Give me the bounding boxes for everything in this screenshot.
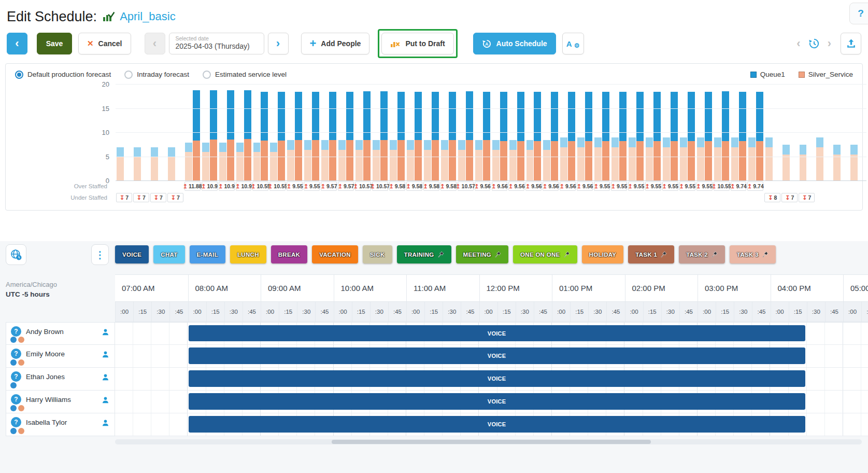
staff-value: 7 — [808, 194, 811, 201]
activity-chat[interactable]: CHAT — [153, 245, 184, 263]
agent-question-icon[interactable]: ? — [11, 349, 21, 359]
schedule-name-link[interactable]: April_basic — [120, 10, 176, 23]
activity-task-1[interactable]: TASK 1 — [628, 245, 674, 263]
staff-value: 9.56 — [531, 183, 542, 189]
y-axis-tick: 20 — [90, 80, 109, 88]
chart-bar-group — [832, 82, 849, 181]
shift-bar-voice[interactable]: VOICE — [189, 393, 805, 410]
auto-schedule-button[interactable]: A Auto Schedule — [473, 33, 556, 54]
scheduled-bar — [295, 92, 303, 181]
activity-palette: VOICECHATE-MAILLUNCHBREAKVACATIONSICKTRA… — [115, 245, 776, 263]
activity-label: E-MAIL — [197, 252, 218, 258]
agent-cell-emily-moore[interactable]: ?Emily Moore — [6, 345, 115, 368]
staff-value: 7 — [177, 194, 180, 201]
radio-selected-icon[interactable] — [15, 71, 23, 79]
quarter-label: :30 — [516, 302, 534, 322]
redo-history-forward-button[interactable]: › — [827, 37, 832, 50]
save-button[interactable]: Save — [37, 33, 72, 54]
forecast-option-estimated-service-level[interactable]: Estimated service level — [203, 71, 287, 79]
horizontal-scrollbar[interactable] — [115, 439, 862, 444]
scheduled-bar — [261, 92, 268, 181]
agent-timeline[interactable]: VOICE — [115, 413, 868, 436]
arrow-up-icon: ↥ — [251, 184, 255, 189]
add-people-button[interactable]: + Add People — [301, 33, 370, 54]
agent-cell-ethan-jones[interactable]: ?Ethan Jones — [6, 368, 115, 391]
selected-date-value: 2025-04-03 (Thursday) — [176, 42, 258, 50]
export-button[interactable] — [841, 33, 861, 54]
skill-dot — [10, 337, 17, 343]
agent-cell-andy-brown[interactable]: ?Andy Brown — [6, 322, 115, 345]
activity-voice[interactable]: VOICE — [115, 245, 149, 263]
selected-date-field[interactable]: Selected date 2025-04-03 (Thursday) — [169, 33, 264, 54]
legend-item-silver_service: Silver_Service — [799, 71, 853, 78]
y-axis-tick: 15 — [90, 105, 109, 113]
history-button[interactable] — [807, 36, 821, 51]
history-clock-icon — [808, 37, 820, 50]
agent-question-icon[interactable]: ? — [11, 326, 21, 337]
previous-date-button[interactable]: ‹ — [145, 33, 165, 54]
activity-task-2[interactable]: TASK 2 — [679, 245, 725, 263]
undo-history-back-button[interactable]: ‹ — [795, 37, 801, 50]
shift-bar-voice[interactable]: VOICE — [189, 416, 805, 433]
agent-profile-button[interactable] — [102, 351, 109, 358]
palette-row: ⋮ VOICECHATE-MAILLUNCHBREAKVACATIONSICKT… — [0, 241, 868, 267]
put-to-draft-button[interactable]: Put to Draft — [381, 33, 453, 54]
agent-profile-button[interactable] — [102, 419, 109, 427]
agent-profile-button[interactable] — [102, 396, 109, 404]
agent-profile-button[interactable] — [102, 373, 109, 381]
back-button[interactable]: ‹ — [7, 33, 27, 54]
agent-cell-harry-williams[interactable]: ?Harry Williams — [6, 391, 115, 413]
agent-timeline[interactable]: VOICE — [115, 368, 868, 391]
timezone-globe-button[interactable] — [6, 244, 26, 265]
agent-cell-isabella-tylor[interactable]: ?Isabella Tylor — [6, 413, 115, 436]
agent-question-icon[interactable]: ? — [11, 417, 21, 427]
chart-bar-group — [815, 82, 832, 181]
scrollbar-thumb[interactable] — [332, 440, 651, 444]
agent-timeline[interactable]: VOICE — [115, 391, 868, 413]
forecast-bar — [799, 145, 807, 181]
shift-bar-voice[interactable]: VOICE — [189, 370, 805, 387]
radio-icon[interactable] — [124, 71, 133, 79]
activity-vacation[interactable]: VACATION — [312, 245, 358, 263]
grid-menu-button[interactable]: ⋮ — [91, 244, 109, 265]
activity-settings-button[interactable]: A ⚙ — [562, 33, 584, 54]
activity-meeting[interactable]: MEETING — [456, 245, 509, 263]
put-to-draft-highlight: Put to Draft — [378, 29, 457, 58]
gridline — [116, 84, 866, 85]
agent-question-icon[interactable]: ? — [11, 371, 21, 382]
agent-profile-button[interactable] — [102, 328, 109, 336]
forecast-option-label: Default production forecast — [27, 71, 111, 78]
over-staffed-value: ↥9.56 — [525, 182, 542, 191]
help-button[interactable]: ? — [849, 3, 868, 24]
cancel-button[interactable]: ✕ Cancel — [78, 33, 131, 54]
forecast-option-default-production-forecast[interactable]: Default production forecast — [15, 71, 111, 79]
agent-timeline[interactable]: VOICE — [115, 345, 868, 368]
shift-bar-voice[interactable]: VOICE — [189, 325, 805, 341]
activity-e-mail[interactable]: E-MAIL — [190, 245, 225, 263]
chart-bar-group — [303, 82, 320, 181]
activity-training[interactable]: TRAINING — [397, 245, 451, 263]
next-date-button[interactable]: › — [268, 33, 289, 54]
radio-icon[interactable] — [203, 71, 211, 79]
activity-lunch[interactable]: LUNCH — [230, 245, 266, 263]
activity-sick[interactable]: SICK — [363, 245, 392, 263]
schedule-chart-icon — [102, 11, 115, 22]
forecast-option-intraday-forecast[interactable]: Intraday forecast — [124, 71, 189, 79]
agent-timeline[interactable]: VOICE — [115, 322, 868, 345]
forecast-bar — [202, 143, 209, 181]
activity-task-3[interactable]: TASK 3 — [730, 245, 776, 263]
staff-value: 9.55 — [292, 183, 303, 189]
shift-bar-voice[interactable]: VOICE — [189, 347, 805, 364]
scheduled-bar — [653, 92, 661, 181]
arrow-down-icon: ↧ — [785, 195, 790, 201]
activity-one-on-one[interactable]: ONE ON ONE — [513, 245, 577, 263]
over-staffed-value: ↥9.56 — [560, 182, 576, 191]
y-axis-tick: 10 — [90, 129, 109, 136]
quarter-label: :00 — [771, 302, 789, 322]
over-staffed-value: ↥10.57 — [372, 182, 388, 191]
activity-holiday[interactable]: HOLIDAY — [582, 245, 624, 263]
agent-question-icon[interactable]: ? — [11, 394, 21, 405]
activity-break[interactable]: BREAK — [271, 245, 307, 263]
chart-bar-group — [679, 82, 696, 181]
over-staffed-value: ↥9.58 — [440, 182, 457, 191]
